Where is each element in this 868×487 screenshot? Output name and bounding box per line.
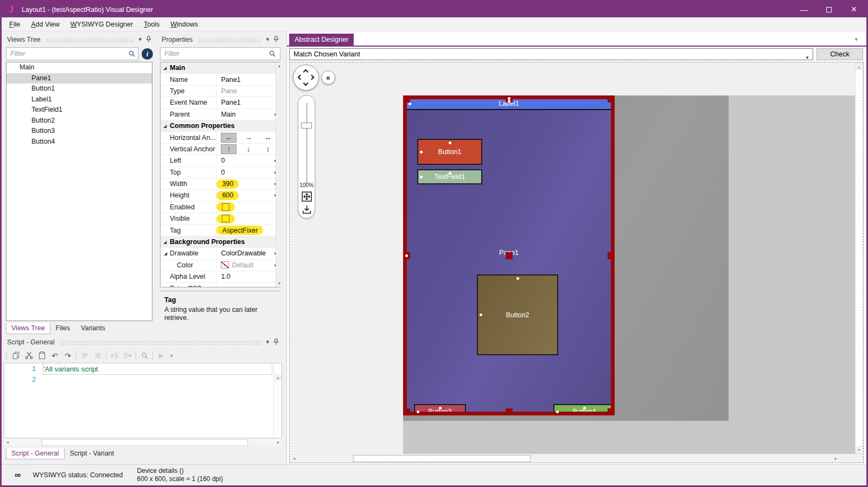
code-line-2[interactable]: 2 <box>4 374 282 385</box>
cut-icon[interactable] <box>22 350 35 362</box>
prop-value-alpha-level[interactable]: 1.0 <box>216 271 280 282</box>
tab-variants[interactable]: Variants <box>75 323 111 334</box>
info-button[interactable]: i <box>142 48 153 60</box>
scroll-right-icon[interactable]: ► <box>832 455 840 463</box>
prop-value-drawable[interactable]: ColorDrawable▼ <box>216 248 280 259</box>
prop-value-name[interactable]: Pane1 <box>216 74 280 85</box>
checkbox-visible[interactable] <box>222 215 229 222</box>
designer-view-button2[interactable]: Button2 <box>477 274 558 355</box>
prop-section-main[interactable]: ◢Main <box>161 62 280 74</box>
undo-icon[interactable]: ↶ <box>48 350 61 362</box>
prop-value-height[interactable]: 600▼ <box>216 190 280 201</box>
prop-value-color[interactable]: Default▼ <box>216 260 280 271</box>
tree-item-textfield1[interactable]: TextField1 <box>7 105 152 116</box>
tree-item-main[interactable]: Main <box>7 62 152 73</box>
prop-value-type[interactable]: Pane <box>216 86 280 97</box>
toolbar-overflow-icon[interactable]: ▾ <box>168 350 175 362</box>
check-anchors-button[interactable]: Check Anchors <box>816 48 863 60</box>
prop-value-visible[interactable] <box>216 213 280 224</box>
scrollbar-thumb[interactable] <box>42 439 248 446</box>
prop-value-event-name[interactable]: Pane1 <box>216 97 280 108</box>
tree-item-button2[interactable]: Button2 <box>7 116 152 126</box>
pin-icon[interactable] <box>273 36 279 43</box>
prop-value-vertical-anchor[interactable]: ↑↓↕ <box>216 144 280 155</box>
scroll-down-icon[interactable]: ▼ <box>276 280 283 287</box>
pan-down-icon[interactable] <box>303 81 309 86</box>
anchor-button-vertical-anchor-1[interactable]: ↓ <box>240 144 256 154</box>
menu-tools[interactable]: Tools <box>138 17 165 31</box>
tree-item-button3[interactable]: Button3 <box>7 126 152 137</box>
pin-icon[interactable] <box>146 36 151 43</box>
prop-value-enabled[interactable] <box>216 202 280 213</box>
menu-file[interactable]: File <box>4 17 25 31</box>
run-icon[interactable]: ▶ <box>155 350 168 362</box>
properties-filter-input[interactable] <box>160 47 280 60</box>
indent-icon[interactable] <box>121 350 134 362</box>
maximize-button[interactable] <box>816 2 841 17</box>
canvas-vertical-scrollbar[interactable]: ▲ ▼ <box>855 63 863 454</box>
scroll-up-icon[interactable]: ▲ <box>856 63 863 71</box>
tab-script-variant[interactable]: Script - Variant <box>65 448 120 459</box>
load-layout-button[interactable] <box>301 204 312 215</box>
menu-windows[interactable]: Windows <box>165 17 203 31</box>
tab-views-tree[interactable]: Views Tree <box>6 323 50 334</box>
prop-value-extra-css[interactable]: ...▼ <box>216 283 280 287</box>
anchor-button-vertical-anchor-0[interactable]: ↑ <box>221 144 237 154</box>
comment-icon[interactable] <box>78 350 91 362</box>
scroll-right-icon[interactable]: ► <box>275 439 282 446</box>
scroll-up-icon[interactable]: ▲ <box>275 374 282 381</box>
tab-abstract-designer[interactable]: Abstract Designer <box>289 34 354 46</box>
scroll-left-icon[interactable]: ◄ <box>290 455 298 463</box>
zoom-slider-track[interactable] <box>306 103 308 183</box>
menu-wysiwyg-designer[interactable]: WYSIWYG Designer <box>65 17 138 31</box>
checkbox-enabled[interactable] <box>222 203 229 211</box>
pin-icon[interactable] <box>273 338 279 345</box>
prop-section-background-properties[interactable]: ◢Background Properties <box>161 236 280 248</box>
tab-files[interactable]: Files <box>50 323 75 334</box>
scrollbar-thumb[interactable] <box>353 455 531 462</box>
pan-right-icon[interactable] <box>309 75 315 80</box>
menu-add-view[interactable]: Add View <box>25 17 65 31</box>
prop-value-tag[interactable]: AspectFixer <box>216 225 280 235</box>
anchor-button-horizontal-an-2[interactable]: ↔ <box>260 133 276 143</box>
paste-icon[interactable] <box>35 350 48 362</box>
minimize-button[interactable]: — <box>792 2 816 17</box>
tree-item-label1[interactable]: Label1 <box>7 94 152 105</box>
panel-menu-icon[interactable]: ▾ <box>266 338 269 345</box>
outdent-icon[interactable] <box>108 350 121 362</box>
fit-to-screen-button[interactable] <box>301 191 312 202</box>
designer-pane[interactable]: Label1Button1TextField1Button2Button3But… <box>403 95 615 415</box>
pan-control[interactable] <box>293 65 319 91</box>
prop-value-top[interactable]: 0▼ <box>216 167 280 178</box>
pan-left-icon[interactable] <box>298 75 303 80</box>
toolbar-grip-icon[interactable]: ⋮ <box>4 350 9 362</box>
canvas-horizontal-scrollbar[interactable]: ◄ ► <box>290 455 840 463</box>
collapse-button[interactable]: « <box>321 71 335 85</box>
design-canvas[interactable]: Label1Button1TextField1Button2Button3But… <box>289 62 864 463</box>
prop-value-width[interactable]: 390▼ <box>216 178 280 189</box>
editor-vertical-scrollbar[interactable]: ▲ <box>273 363 282 438</box>
properties-scrollbar[interactable]: ▲ ▼ <box>276 62 283 287</box>
tree-item-button1[interactable]: Button1 <box>7 84 152 94</box>
scroll-up-icon[interactable]: ▲ <box>276 62 283 69</box>
prop-section-common-properties[interactable]: ◢Common Properties <box>161 120 280 132</box>
designer-view-label1[interactable]: Label1 <box>407 98 611 110</box>
code-line-1[interactable]: 1'All variants script <box>4 363 282 374</box>
designer-view-button3[interactable]: Button3 <box>414 404 466 415</box>
anchor-button-horizontal-an-1[interactable]: → <box>240 133 256 143</box>
anchor-button-vertical-anchor-2[interactable]: ↕ <box>260 144 276 154</box>
variant-dropdown[interactable]: Match Chosen Variant ▼ <box>289 48 813 60</box>
scroll-down-icon[interactable]: ▼ <box>856 446 863 453</box>
panel-menu-icon[interactable]: ▾ <box>266 36 269 43</box>
designer-view-button4[interactable]: Button4 <box>553 404 615 415</box>
close-button[interactable]: × <box>841 2 866 17</box>
scroll-left-icon[interactable]: ◄ <box>4 439 11 446</box>
anchor-button-horizontal-an-0[interactable]: ← <box>221 133 237 143</box>
designer-view-button1[interactable]: Button1 <box>417 139 482 165</box>
tree-item-pane1[interactable]: Pane1 <box>7 73 152 84</box>
copy-icon[interactable] <box>9 350 22 362</box>
editor-horizontal-scrollbar[interactable]: ◄ ► <box>4 439 282 446</box>
tree-item-button4[interactable]: Button4 <box>7 137 152 148</box>
redo-icon[interactable]: ↷ <box>61 350 74 362</box>
views-filter-input[interactable] <box>6 47 138 60</box>
